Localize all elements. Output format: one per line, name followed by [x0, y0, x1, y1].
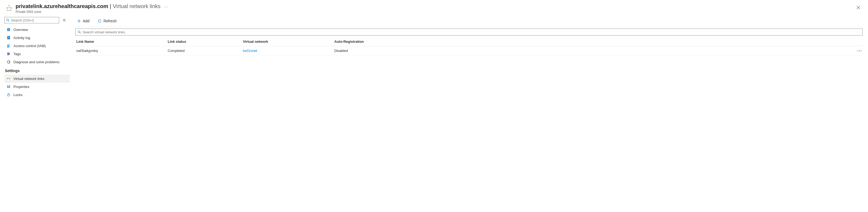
col-auto-reg[interactable]: Auto-Registration	[334, 39, 851, 44]
sidebar-item-locks[interactable]: Locks	[4, 91, 70, 99]
main-content: Add Refresh Link Name Link status	[70, 16, 868, 212]
vnet-links-icon	[6, 76, 11, 81]
search-icon	[78, 30, 81, 34]
search-icon	[6, 19, 9, 22]
properties-icon	[6, 84, 11, 89]
svg-point-8	[7, 45, 9, 46]
svg-rect-17	[9, 85, 10, 88]
sidebar-item-overview[interactable]: Overview	[4, 26, 70, 34]
sidebar-item-label: Activity log	[13, 36, 30, 40]
add-button-label: Add	[83, 19, 90, 23]
close-button[interactable]	[854, 3, 863, 12]
iam-icon	[6, 44, 11, 48]
svg-point-4	[10, 10, 11, 10]
sidebar-item-label: Properties	[13, 85, 29, 89]
svg-point-13	[7, 78, 8, 79]
sidebar-search-input[interactable]	[11, 18, 57, 22]
svg-point-21	[859, 50, 860, 51]
table-header: Link Name Link status Virtual network Au…	[75, 37, 863, 46]
svg-point-3	[7, 10, 8, 10]
diagnose-icon	[6, 60, 11, 64]
table-row[interactable]: naf3taikjymkq Completed bx01vnet Disable…	[75, 46, 863, 55]
sidebar: Overview Activity log Access control (IA…	[0, 16, 70, 212]
tags-icon	[6, 52, 11, 56]
activity-log-icon	[6, 35, 11, 40]
content-search[interactable]	[75, 28, 863, 35]
content-search-input[interactable]	[83, 30, 860, 34]
svg-point-2	[11, 7, 12, 9]
add-button[interactable]: Add	[75, 18, 91, 24]
sidebar-item-label: Access control (IAM)	[13, 44, 46, 48]
page-header: privatelink.azurehealthcareapis.com | Vi…	[0, 0, 868, 16]
sidebar-item-tags[interactable]: Tags	[4, 50, 70, 58]
svg-rect-15	[7, 85, 8, 88]
refresh-button-label: Refresh	[103, 19, 117, 23]
title-block: privatelink.azurehealthcareapis.com | Vi…	[16, 3, 168, 14]
svg-rect-16	[8, 86, 9, 88]
refresh-icon	[98, 19, 102, 23]
globe-icon	[6, 27, 11, 32]
svg-point-20	[858, 50, 858, 51]
sidebar-search[interactable]	[4, 17, 59, 23]
sidebar-item-label: Diagnose and solve problems	[13, 60, 59, 64]
row-more-button[interactable]	[851, 50, 862, 51]
cell-link-status: Completed	[168, 49, 243, 53]
sidebar-section-settings: Settings	[4, 66, 70, 75]
sidebar-item-label: Locks	[13, 93, 23, 97]
cell-link-name: naf3taikjymkq	[76, 49, 168, 53]
sidebar-collapse-button[interactable]	[61, 18, 67, 23]
refresh-button[interactable]: Refresh	[96, 18, 118, 24]
svg-point-0	[9, 5, 10, 6]
sidebar-item-diagnose[interactable]: Diagnose and solve problems	[4, 58, 70, 66]
svg-point-22	[861, 50, 862, 51]
resource-type-label: Private DNS zone	[16, 10, 168, 14]
plus-icon	[77, 19, 81, 23]
sidebar-item-iam[interactable]: Access control (IAM)	[4, 42, 70, 50]
resource-name: privatelink.azurehealthcareapis.com	[16, 3, 108, 9]
title-more-icon[interactable]: ···	[164, 5, 168, 9]
lock-icon	[6, 92, 11, 97]
resource-type-icon	[5, 4, 13, 12]
blade-name: Virtual network links	[113, 3, 160, 9]
svg-point-9	[9, 44, 10, 46]
sidebar-item-label: Tags	[13, 52, 21, 56]
col-link-status[interactable]: Link status	[168, 39, 243, 44]
sidebar-item-properties[interactable]: Properties	[4, 83, 70, 91]
sidebar-item-label: Overview	[13, 28, 28, 32]
col-link-name[interactable]: Link Name	[76, 39, 168, 44]
command-bar: Add Refresh	[75, 17, 863, 27]
svg-rect-18	[7, 95, 10, 96]
sidebar-item-label: Virtual network links	[13, 77, 44, 81]
sidebar-item-activity-log[interactable]: Activity log	[4, 34, 70, 42]
svg-point-14	[9, 78, 10, 79]
svg-point-10	[8, 53, 8, 54]
svg-point-5	[7, 19, 9, 21]
toolbar-divider	[75, 27, 863, 27]
cell-auto-reg: Disabled	[334, 49, 851, 53]
svg-point-1	[6, 7, 7, 9]
svg-point-19	[78, 31, 80, 33]
col-vnet[interactable]: Virtual network	[243, 39, 334, 44]
cell-vnet-link[interactable]: bx01vnet	[243, 49, 257, 53]
title-separator: |	[110, 3, 111, 9]
sidebar-item-vnet-links[interactable]: Virtual network links	[4, 75, 70, 83]
